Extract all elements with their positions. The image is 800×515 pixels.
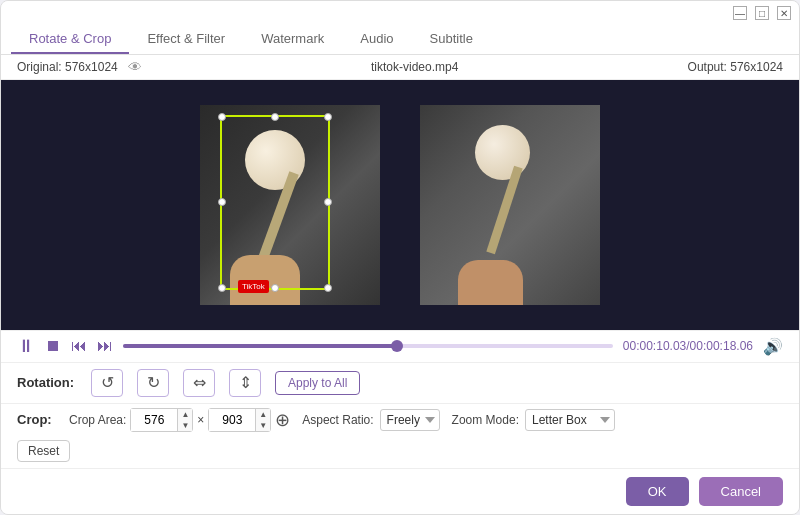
crop-x-separator: × <box>197 413 204 427</box>
zoom-mode-label: Zoom Mode: <box>452 413 519 427</box>
aspect-ratio-select[interactable]: Freely 16:9 4:3 1:1 9:16 <box>380 409 440 431</box>
video-frame-right <box>420 105 600 305</box>
flip-horizontal-button[interactable]: ⇔ <box>183 369 215 397</box>
crop-height-field[interactable]: ▲ ▼ <box>208 408 271 432</box>
progress-bar[interactable] <box>123 344 613 348</box>
center-crop-icon[interactable]: ⊕ <box>275 409 290 431</box>
reset-row: Reset <box>1 438 799 468</box>
next-button[interactable]: ⏭ <box>97 338 113 354</box>
crop-width-up[interactable]: ▲ <box>178 409 192 420</box>
tabs-bar: Rotate & Crop Effect & Filter Watermark … <box>1 25 799 55</box>
volume-icon[interactable]: 🔊 <box>763 337 783 356</box>
output-label: Output: 576x1024 <box>688 60 783 74</box>
ok-button[interactable]: OK <box>626 477 689 506</box>
tab-subtitle[interactable]: Subtitle <box>412 25 491 54</box>
crop-width-down[interactable]: ▼ <box>178 420 192 431</box>
progress-thumb[interactable] <box>391 340 403 352</box>
maximize-button[interactable]: □ <box>755 6 769 20</box>
crop-area-label: Crop Area: <box>69 413 126 427</box>
crop-height-up[interactable]: ▲ <box>256 409 270 420</box>
tiktok-watermark-badge: TikTok <box>238 280 269 293</box>
eye-icon[interactable]: 👁 <box>128 59 142 75</box>
crop-area-group: Crop Area: ▲ ▼ × ▲ ▼ ⊕ <box>69 408 290 432</box>
time-display: 00:00:10.03/00:00:18.06 <box>623 339 753 353</box>
crop-width-input[interactable] <box>131 409 177 431</box>
footer-row: OK Cancel <box>1 468 799 514</box>
info-bar: Original: 576x1024 👁 tiktok-video.mp4 Ou… <box>1 55 799 80</box>
aspect-ratio-group: Aspect Ratio: Freely 16:9 4:3 1:1 9:16 <box>302 409 439 431</box>
crop-width-field[interactable]: ▲ ▼ <box>130 408 193 432</box>
crop-height-down[interactable]: ▼ <box>256 420 270 431</box>
right-video-preview <box>420 105 600 305</box>
controls-bar: ⏸ ⏹ ⏮ ⏭ 00:00:10.03/00:00:18.06 🔊 <box>1 330 799 362</box>
aspect-ratio-label: Aspect Ratio: <box>302 413 373 427</box>
cancel-button[interactable]: Cancel <box>699 477 783 506</box>
zoom-mode-select[interactable]: Letter Box Pan & Scan Full <box>525 409 615 431</box>
crop-height-input[interactable] <box>209 409 255 431</box>
video-frame-left <box>200 105 380 305</box>
filename: tiktok-video.mp4 <box>371 60 458 74</box>
rotate-left-button[interactable]: ↺ <box>91 369 123 397</box>
reset-button[interactable]: Reset <box>17 440 70 462</box>
title-bar: — □ ✕ <box>1 1 799 25</box>
crop-label: Crop: <box>17 412 57 427</box>
zoom-mode-group: Zoom Mode: Letter Box Pan & Scan Full <box>452 409 615 431</box>
left-video-preview: TikTok <box>200 105 380 305</box>
flip-vertical-button[interactable]: ⇕ <box>229 369 261 397</box>
apply-to-all-button[interactable]: Apply to All <box>275 371 360 395</box>
video-area: TikTok <box>1 80 799 330</box>
tab-effect-filter[interactable]: Effect & Filter <box>129 25 243 54</box>
tab-audio[interactable]: Audio <box>342 25 411 54</box>
tab-rotate-crop[interactable]: Rotate & Crop <box>11 25 129 54</box>
rotate-right-button[interactable]: ↻ <box>137 369 169 397</box>
original-label: Original: 576x1024 <box>17 60 118 74</box>
progress-fill <box>123 344 397 348</box>
stop-button[interactable]: ⏹ <box>45 338 61 354</box>
crop-row: Crop: Crop Area: ▲ ▼ × ▲ ▼ ⊕ Aspect Rati… <box>1 403 799 438</box>
prev-button[interactable]: ⏮ <box>71 338 87 354</box>
tab-watermark[interactable]: Watermark <box>243 25 342 54</box>
pause-button[interactable]: ⏸ <box>17 337 35 355</box>
minimize-button[interactable]: — <box>733 6 747 20</box>
close-button[interactable]: ✕ <box>777 6 791 20</box>
rotation-row: Rotation: ↺ ↻ ⇔ ⇕ Apply to All <box>1 362 799 403</box>
rotation-label: Rotation: <box>17 375 77 390</box>
